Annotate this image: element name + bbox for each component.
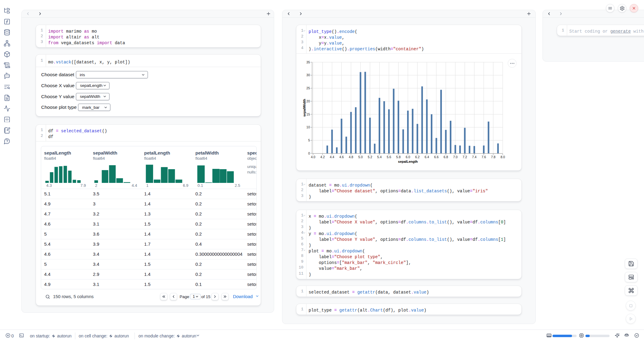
svg-text:6.8: 6.8	[444, 155, 448, 159]
svg-text:35: 35	[306, 60, 310, 64]
svg-text:5.4: 5.4	[377, 155, 382, 159]
svg-text:5.8: 5.8	[396, 155, 401, 159]
svg-text:0: 0	[308, 151, 310, 155]
svg-text:4.6: 4.6	[339, 155, 344, 159]
svg-text:5.6: 5.6	[387, 155, 391, 159]
svg-text:6.2: 6.2	[415, 155, 420, 159]
svg-text:6.0: 6.0	[406, 155, 410, 159]
svg-text:8.0: 8.0	[500, 155, 505, 159]
svg-text:5: 5	[308, 138, 310, 142]
svg-text:6.6: 6.6	[434, 155, 439, 159]
svg-text:5.2: 5.2	[368, 155, 372, 159]
svg-text:4.8: 4.8	[349, 155, 353, 159]
svg-text:4.2: 4.2	[320, 155, 325, 159]
svg-text:30: 30	[306, 73, 310, 77]
svg-text:20: 20	[306, 99, 310, 103]
svg-text:7.8: 7.8	[491, 155, 496, 159]
svg-text:sepalWidth: sepalWidth	[302, 99, 306, 117]
svg-text:sepalLength: sepalLength	[398, 160, 418, 163]
svg-text:7.0: 7.0	[453, 155, 458, 159]
svg-text:25: 25	[306, 86, 310, 90]
svg-text:15: 15	[306, 112, 310, 116]
svg-text:6.4: 6.4	[425, 155, 429, 159]
svg-text:5.0: 5.0	[358, 155, 363, 159]
svg-text:4.0: 4.0	[311, 155, 315, 159]
svg-text:4.4: 4.4	[330, 155, 335, 159]
svg-text:10: 10	[306, 125, 310, 129]
svg-text:7.4: 7.4	[472, 155, 477, 159]
svg-text:7.6: 7.6	[481, 155, 486, 159]
svg-text:7.2: 7.2	[463, 155, 467, 159]
